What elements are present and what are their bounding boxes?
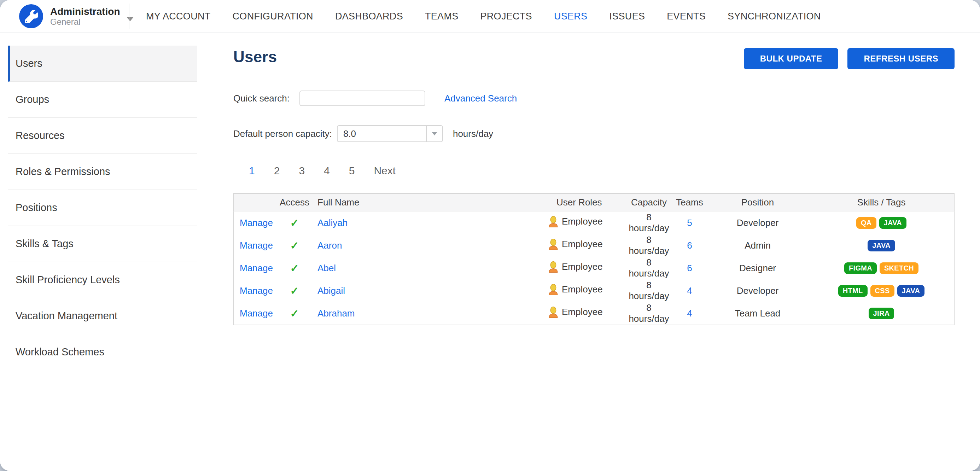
nav-item-events[interactable]: EVENTS (656, 11, 717, 22)
chevron-down-icon (432, 132, 438, 135)
table-row: Manage✓Aaron Employee8 hours/day6AdminJA… (234, 234, 954, 257)
employee-icon (548, 261, 558, 273)
role-badge: Employee (548, 239, 603, 250)
sidebar-item-resources[interactable]: Resources (8, 118, 197, 154)
app-window: Administration General MY ACCOUNTCONFIGU… (0, 0, 980, 471)
column-header-user-roles: User Roles (544, 193, 625, 211)
user-name-link[interactable]: Abel (318, 263, 336, 273)
bulk-update-button[interactable]: BULK UPDATE (744, 48, 838, 69)
nav-item-users[interactable]: USERS (543, 11, 598, 22)
advanced-search-link[interactable]: Advanced Search (444, 93, 517, 104)
quick-search-input[interactable] (299, 91, 425, 106)
skill-tag: SKETCH (880, 263, 918, 274)
nav-item-configuration[interactable]: CONFIGURATION (222, 11, 324, 22)
page-actions: BULK UPDATE REFRESH USERS (735, 48, 955, 69)
user-name-link[interactable]: Aaliyah (318, 218, 347, 228)
column-header-skills-tags: Skills / Tags (809, 193, 954, 211)
skill-tag: JAVA (879, 217, 907, 229)
column-header-capacity: Capacity (625, 193, 673, 211)
top-bar: Administration General MY ACCOUNTCONFIGU… (0, 0, 980, 33)
role-badge: Employee (548, 307, 603, 318)
user-name-link[interactable]: Abigail (318, 285, 345, 296)
pagination-next[interactable]: Next (374, 165, 396, 177)
employee-icon (548, 239, 558, 250)
nav-item-teams[interactable]: TEAMS (414, 11, 469, 22)
quick-search-label: Quick search: (233, 93, 290, 104)
column-header-position: Position (706, 193, 809, 211)
skill-tag: JAVA (867, 240, 895, 251)
teams-count-link[interactable]: 4 (687, 308, 692, 318)
topbar-divider (129, 3, 129, 29)
sidebar-item-roles-permissions[interactable]: Roles & Permissions (8, 154, 197, 190)
capacity-cell: 8 hours/day (625, 279, 673, 302)
table-row: Manage✓Abigail Employee8 hours/day4Devel… (234, 279, 954, 302)
pagination-page-5[interactable]: 5 (349, 165, 355, 177)
nav-item-synchronization[interactable]: SYNCHRONIZATION (717, 11, 832, 22)
nav-item-issues[interactable]: ISSUES (598, 11, 656, 22)
pagination-page-1[interactable]: 1 (249, 165, 255, 177)
sidebar-item-workload-schemes[interactable]: Workload Schemes (8, 334, 197, 370)
skill-tag: JAVA (897, 285, 925, 297)
skill-tag: HTML (838, 285, 867, 297)
user-name-link[interactable]: Abraham (318, 308, 355, 318)
skills-tags-cell: JIRA (809, 302, 954, 325)
sidebar-item-groups[interactable]: Groups (8, 82, 197, 118)
role-badge: Employee (548, 284, 603, 295)
sidebar-item-vacation-management[interactable]: Vacation Management (8, 298, 197, 334)
access-check-icon: ✓ (290, 308, 299, 319)
employee-icon (548, 307, 558, 318)
column-header-access: Access (278, 193, 310, 211)
employee-icon (548, 216, 558, 228)
capacity-select[interactable]: 8.0 (337, 125, 443, 142)
nav-item-projects[interactable]: PROJECTS (469, 11, 542, 22)
skill-tag: QA (856, 217, 877, 229)
teams-count-link[interactable]: 5 (687, 218, 692, 228)
pagination-page-3[interactable]: 3 (299, 165, 305, 177)
skill-tag: FIGMA (844, 263, 877, 274)
role-label: Employee (562, 216, 603, 227)
user-name-link[interactable]: Aaron (318, 240, 342, 251)
capacity-label: Default person capacity: (233, 128, 332, 139)
page-title: Users (233, 48, 277, 66)
manage-link[interactable]: Manage (240, 240, 273, 251)
teams-count-link[interactable]: 6 (687, 240, 692, 251)
brand-subtitle: General (50, 18, 120, 27)
manage-link[interactable]: Manage (240, 308, 273, 318)
capacity-cell: 8 hours/day (625, 211, 673, 234)
refresh-users-button[interactable]: REFRESH USERS (848, 48, 955, 69)
column-header-teams: Teams (673, 193, 706, 211)
role-badge: Employee (548, 261, 603, 273)
teams-count-link[interactable]: 6 (687, 263, 692, 273)
capacity-cell: 8 hours/day (625, 302, 673, 325)
nav-item-dashboards[interactable]: DASHBOARDS (324, 11, 414, 22)
sidebar-item-positions[interactable]: Positions (8, 190, 197, 226)
role-label: Employee (562, 284, 603, 295)
pagination-page-4[interactable]: 4 (324, 165, 330, 177)
manage-link[interactable]: Manage (240, 285, 273, 296)
skills-tags-cell: JAVA (809, 234, 954, 257)
skills-tags-cell: QAJAVA (809, 211, 954, 234)
table-row: Manage✓Aaliyah Employee8 hours/day5Devel… (234, 211, 954, 234)
pagination-page-2[interactable]: 2 (274, 165, 280, 177)
top-nav: MY ACCOUNTCONFIGURATIONDASHBOARDSTEAMSPR… (135, 11, 832, 22)
nav-item-my-account[interactable]: MY ACCOUNT (135, 11, 222, 22)
position-cell: Developer (706, 279, 809, 302)
access-check-icon: ✓ (290, 285, 299, 297)
sidebar-item-skill-proficiency-levels[interactable]: Skill Proficiency Levels (8, 262, 197, 298)
select-caret-box[interactable] (426, 126, 442, 142)
pagination: 12345Next (233, 165, 955, 177)
sidebar-item-skills-tags[interactable]: Skills & Tags (8, 226, 197, 262)
manage-link[interactable]: Manage (240, 263, 273, 273)
role-label: Employee (562, 261, 603, 272)
position-cell: Designer (706, 257, 809, 279)
access-check-icon: ✓ (290, 217, 299, 229)
users-table: AccessFull NameUser RolesCapacityTeamsPo… (233, 193, 955, 325)
chevron-down-icon (127, 17, 134, 21)
role-badge: Employee (548, 216, 603, 228)
admin-app-switcher[interactable]: Administration General (0, 4, 124, 28)
skill-tag: CSS (870, 285, 894, 297)
sidebar-item-users[interactable]: Users (8, 46, 197, 82)
skills-tags-cell: FIGMASKETCH (809, 257, 954, 279)
manage-link[interactable]: Manage (240, 218, 273, 228)
teams-count-link[interactable]: 4 (687, 285, 692, 296)
